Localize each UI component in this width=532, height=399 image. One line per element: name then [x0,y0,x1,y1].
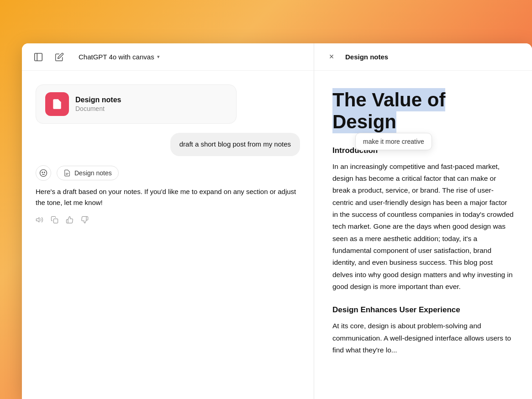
svg-rect-9 [53,219,58,223]
model-chevron: ▾ [157,54,160,60]
canvas-content: The Value of Design make it more creativ… [314,71,532,399]
document-title: Design notes [75,96,121,104]
chat-header: ChatGPT 4o with canvas ▾ [22,43,314,71]
model-name: ChatGPT 4o with canvas [79,53,154,61]
article-title-block: The Value of Design [332,89,514,133]
chat-content: Design notes Document draft a short blog… [22,71,314,399]
sidebar-toggle-button[interactable] [31,50,46,64]
model-selector[interactable]: ChatGPT 4o with canvas ▾ [75,51,163,63]
svg-point-5 [44,172,45,173]
action-icons [36,214,300,224]
design-notes-chip[interactable]: Design notes [57,166,119,180]
document-card[interactable]: Design notes Document [36,84,237,124]
canvas-panel: × Design notes The Value of Design make … [314,43,532,399]
svg-rect-0 [35,53,42,61]
thumbs-down-icon[interactable] [81,216,89,224]
canvas-header: × Design notes [314,43,532,71]
chip-label: Design notes [74,169,112,177]
user-message: draft a short blog post from my notes [170,133,300,156]
document-icon [45,92,69,116]
main-window: ChatGPT 4o with canvas ▾ Design notes [22,43,532,399]
intro-text: In an increasingly competitive and fast-… [332,161,514,293]
chat-panel: ChatGPT 4o with canvas ▾ Design notes [22,43,314,399]
section2-text: At its core, design is about problem-sol… [332,320,514,356]
ai-response: Design notes Here's a draft based on you… [36,165,300,224]
thumbs-up-icon[interactable] [66,216,74,224]
speaker-icon[interactable] [36,216,43,224]
section2-heading: Design Enhances User Experience [332,305,514,315]
new-chat-button[interactable] [52,50,67,64]
svg-marker-8 [36,218,39,222]
section2: Design Enhances User Experience At its c… [332,305,514,356]
document-type: Document [75,105,121,112]
article-title: The Value of Design [332,88,445,133]
copy-icon[interactable] [51,216,58,224]
tooltip-popup[interactable]: make it more creative [355,133,432,150]
svg-point-4 [42,172,43,173]
ai-avatar [36,165,51,181]
document-info: Design notes Document [75,96,121,112]
close-button[interactable]: × [325,51,338,63]
intro-section: Introduction In an increasingly competit… [332,146,514,293]
canvas-title: Design notes [345,53,388,61]
ai-response-text: Here's a draft based on your notes. If y… [36,186,300,209]
ai-response-header: Design notes [36,165,300,181]
